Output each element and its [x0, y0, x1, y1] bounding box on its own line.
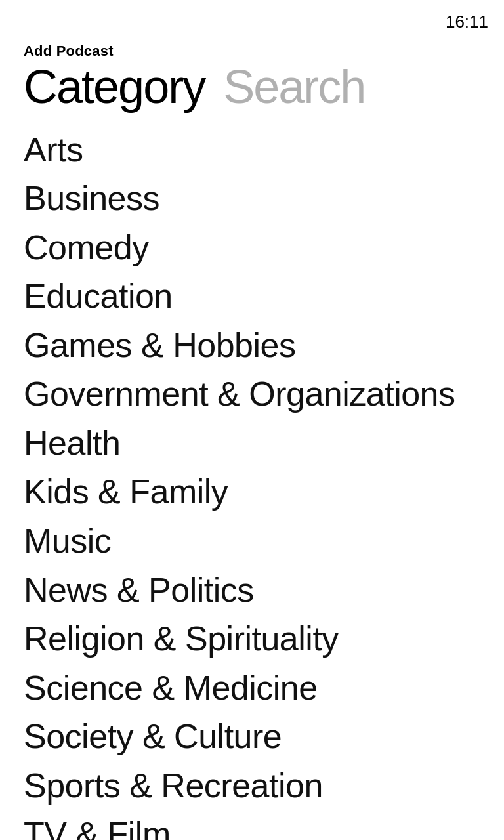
- category-item[interactable]: Health: [24, 419, 480, 468]
- category-item[interactable]: Sports & Recreation: [24, 761, 480, 810]
- category-list: ArtsBusinessComedyEducationGames & Hobbi…: [0, 112, 504, 840]
- tab-category[interactable]: Category: [24, 62, 205, 112]
- category-item[interactable]: Music: [24, 516, 480, 566]
- status-time: 16:11: [446, 12, 488, 32]
- category-item[interactable]: News & Politics: [24, 566, 480, 615]
- category-item[interactable]: TV & Film: [24, 810, 480, 840]
- tabs-row: Category Search: [24, 62, 480, 112]
- category-item[interactable]: Religion & Spirituality: [24, 614, 480, 663]
- category-item[interactable]: Science & Medicine: [24, 663, 480, 713]
- category-item[interactable]: Arts: [24, 125, 480, 175]
- category-item[interactable]: Kids & Family: [24, 467, 480, 516]
- category-item[interactable]: Education: [24, 272, 480, 321]
- category-item[interactable]: Government & Organizations: [24, 369, 480, 419]
- category-item[interactable]: Comedy: [24, 223, 480, 272]
- add-podcast-label: Add Podcast: [24, 43, 480, 60]
- status-bar: 16:11: [0, 0, 504, 37]
- category-item[interactable]: Society & Culture: [24, 712, 480, 761]
- category-item[interactable]: Games & Hobbies: [24, 321, 480, 370]
- page-header: Add Podcast Category Search: [0, 37, 504, 112]
- category-item[interactable]: Business: [24, 174, 480, 223]
- tab-search[interactable]: Search: [223, 62, 365, 112]
